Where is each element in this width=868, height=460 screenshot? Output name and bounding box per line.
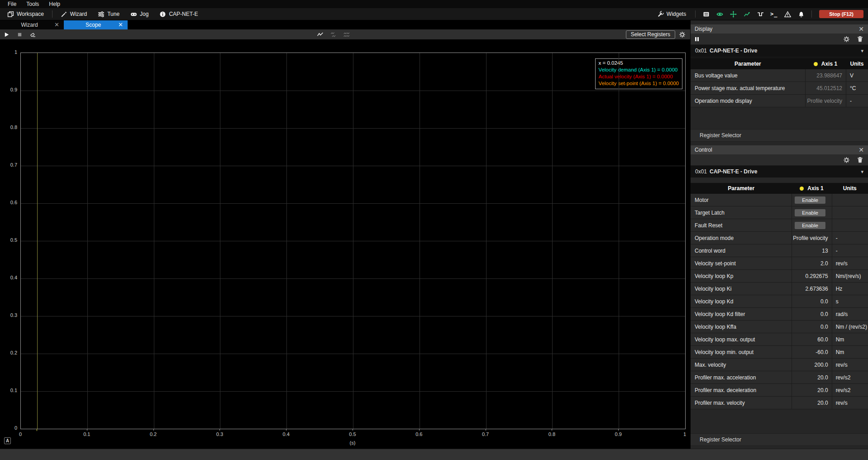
close-icon[interactable]: ✕: [858, 26, 864, 32]
parameter-value[interactable]: 20.0: [792, 397, 831, 409]
display-register-selector[interactable]: Register Selector: [691, 129, 868, 142]
parameter-value[interactable]: Profile velocity: [792, 232, 831, 244]
select-registers-button[interactable]: Select Registers: [626, 30, 675, 39]
workspace-label: Workspace: [17, 11, 44, 17]
monitor-eye-icon[interactable]: [714, 10, 725, 19]
x-tick-label: 0.4: [283, 431, 290, 437]
close-icon[interactable]: ✕: [118, 23, 123, 27]
parameter-value[interactable]: 0.0: [792, 308, 831, 320]
x-tick-label: 0: [19, 431, 22, 437]
info-icon: [159, 11, 166, 18]
parameter-name: Profiler max. velocity: [691, 397, 792, 409]
gridline-vertical: [619, 53, 619, 429]
autoscale-button[interactable]: A: [4, 437, 11, 444]
close-icon[interactable]: ✕: [858, 147, 864, 153]
x-tick-label: 0.1: [83, 431, 90, 437]
tune-button[interactable]: Tune: [93, 10, 124, 19]
control-settings-gear-icon[interactable]: [843, 157, 850, 163]
axis-color-dot: [800, 187, 804, 191]
sliders-icon: [98, 11, 105, 18]
stop-record-icon[interactable]: [17, 32, 23, 38]
faults-warning-icon[interactable]: [782, 10, 793, 19]
square-wave-icon[interactable]: [754, 10, 766, 19]
plot-area[interactable]: x = 0.0245 Velocity demand (Axis 1) = 0.…: [20, 53, 686, 429]
scope-chart-container: x = 0.0245 Velocity demand (Axis 1) = 0.…: [0, 39, 690, 449]
tooltip-series-value: Velocity set-point (Axis 1) = 0.0000: [599, 80, 679, 87]
parameter-value[interactable]: Profile velocity: [805, 95, 846, 107]
registers-table-icon[interactable]: [700, 10, 712, 19]
parameter-name: Bus voltage value: [691, 69, 805, 81]
parameter-value[interactable]: 20.0: [792, 371, 831, 383]
display-delete-trash-icon[interactable]: [857, 36, 863, 43]
clear-eraser-icon[interactable]: [30, 31, 36, 38]
motor-enable-button[interactable]: Enable: [795, 196, 825, 204]
display-settings-gear-icon[interactable]: [843, 36, 850, 43]
menu-tools[interactable]: Tools: [21, 1, 44, 7]
parameter-value[interactable]: 2.0: [792, 257, 831, 269]
scope-cursor-line[interactable]: [37, 53, 38, 429]
widgets-button[interactable]: Widgets: [653, 10, 691, 19]
scope-chart-icon[interactable]: [741, 10, 753, 19]
scope-linestyle-controls: [317, 31, 350, 38]
parameter-units: V: [846, 69, 868, 81]
parameter-value[interactable]: 20.0: [792, 384, 831, 396]
interpolation-off-icon[interactable]: [343, 31, 350, 38]
play-icon[interactable]: [4, 32, 10, 38]
x-tick-mark: [618, 429, 619, 431]
control-delete-trash-icon[interactable]: [857, 157, 863, 163]
parameter-name: Operation mode display: [691, 95, 805, 107]
tab-wizard[interactable]: Wizard✕: [0, 20, 64, 29]
display-widget-header[interactable]: Display ✕: [691, 24, 868, 34]
column-header-axis: Axis 1: [792, 185, 831, 192]
control-register-selector[interactable]: Register Selector: [691, 433, 868, 446]
signal-line-icon[interactable]: [317, 31, 324, 38]
parameter-value[interactable]: 0.0: [792, 321, 831, 333]
interpolation-icon[interactable]: [330, 31, 337, 38]
x-axis-title: (s): [350, 440, 356, 446]
table-row: Velocity loop min. output-60.0Nm: [691, 346, 868, 359]
pause-icon[interactable]: [695, 37, 699, 41]
control-widget-header[interactable]: Control ✕: [691, 145, 868, 154]
display-device-selector[interactable]: 0x01 CAP-NET-E - Drive ▾: [691, 45, 868, 57]
parameter-units: rev/s: [832, 359, 868, 371]
parameter-value[interactable]: 0.0: [792, 295, 831, 307]
parameter-units: rev/s2: [832, 384, 868, 396]
parameter-value[interactable]: 0.292675: [792, 270, 831, 282]
parameter-action-cell: Enable: [792, 219, 831, 231]
toolbar-separator: [811, 10, 812, 18]
close-icon[interactable]: ✕: [54, 23, 59, 27]
target-latch-enable-button[interactable]: Enable: [795, 209, 825, 216]
control-device-selector[interactable]: 0x01 CAP-NET-E - Drive ▾: [691, 166, 868, 177]
tab-scope[interactable]: Scope✕: [64, 20, 128, 29]
jog-button[interactable]: Jog: [126, 10, 153, 19]
parameter-value[interactable]: 2.673636: [792, 283, 831, 295]
workspace-button[interactable]: Workspace: [3, 10, 48, 19]
console-terminal-icon[interactable]: >_: [768, 10, 780, 19]
parameter-value[interactable]: 13: [792, 244, 831, 257]
parameter-value[interactable]: 200.0: [792, 359, 831, 371]
chevron-down-icon[interactable]: ▾: [861, 169, 863, 175]
wrench-icon: [657, 11, 664, 18]
column-header-parameter: Parameter: [691, 185, 792, 192]
stop-button[interactable]: Stop (F12): [819, 10, 863, 18]
table-row: Velocity loop Ki2.673636Hz: [691, 283, 868, 295]
menu-file[interactable]: File: [3, 1, 21, 7]
parameter-value[interactable]: 23.988647: [805, 69, 846, 81]
parameter-value[interactable]: -60.0: [792, 346, 831, 358]
control-widget-toolbar: [691, 154, 868, 166]
device-info-button[interactable]: CAP-NET-E: [155, 10, 202, 19]
parameter-name: Velocity set-point: [691, 257, 792, 269]
fault-reset-enable-button[interactable]: Enable: [795, 222, 825, 229]
y-tick-label: 0.4: [0, 275, 17, 280]
parameter-value[interactable]: 45.012512: [805, 82, 846, 94]
parameter-value[interactable]: 60.0: [792, 333, 831, 345]
x-tick-mark: [286, 429, 286, 431]
parameter-units: rev/s: [832, 397, 868, 409]
device-address: 0x01: [695, 168, 707, 175]
menu-help[interactable]: Help: [44, 1, 65, 7]
chevron-down-icon[interactable]: ▾: [861, 48, 863, 54]
notifications-bell-icon[interactable]: [795, 10, 807, 19]
wizard-button[interactable]: Wizard: [56, 10, 91, 19]
motion-move-icon[interactable]: [727, 10, 739, 19]
scope-settings-gear-icon[interactable]: [679, 31, 686, 38]
